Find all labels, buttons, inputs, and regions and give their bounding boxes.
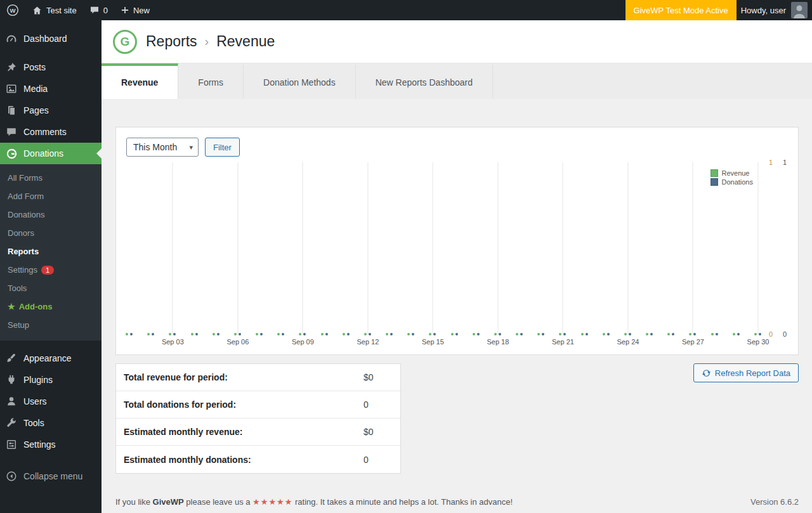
revenue-legend-swatch [710,169,718,177]
tab-forms[interactable]: Forms [178,63,244,99]
donations-legend-label: Donations [721,178,753,186]
breadcrumb: Reports › Revenue [146,33,275,50]
footer-prefix: If you like [115,497,150,507]
media-icon [5,82,18,95]
plus-icon [121,6,129,15]
sidebar-item-appearance[interactable]: Appearance [0,347,102,369]
filter-button-label: Filter [213,143,232,152]
submenu-item-add-ons[interactable]: ★ Add-ons [0,297,102,316]
summary-row-value: $0 [363,427,393,437]
content-area: This Month ▾ Filter Revenu [102,99,812,513]
version-label: Version 6.6.2 [750,497,799,507]
x-axis-tick-label: Sep 21 [552,338,574,346]
reports-tab-bar: Revenue Forms Donation Methods New Repor… [102,63,812,99]
comments-shortcut[interactable]: 0 [83,0,114,20]
chart-gridline [433,162,433,334]
sidebar-item-pages[interactable]: Pages [0,100,102,121]
table-row: Total donations for period: 0 [116,391,400,419]
submenu-item-donations[interactable]: Donations [0,205,102,224]
period-select[interactable]: This Month [126,138,199,157]
submenu-item-add-form[interactable]: Add Form [0,187,102,205]
filter-row: This Month ▾ Filter [126,138,789,157]
tab-label: New Reports Dashboard [376,77,473,88]
refresh-button-label: Refresh Report Data [715,368,790,378]
revenue-legend-label: Revenue [721,169,749,177]
svg-text:W: W [10,7,16,14]
submenu-label: Add-ons [19,302,53,311]
tab-new-reports-dashboard[interactable]: New Reports Dashboard [356,63,493,99]
submenu-item-reports[interactable]: Reports [0,242,102,261]
legend-row-revenue: Revenue [710,169,753,177]
collapse-menu-button[interactable]: Collapse menu [0,465,102,487]
x-axis-tick-label: Sep 09 [292,338,314,346]
sidebar-item-dashboard[interactable]: Dashboard [0,28,102,49]
sidebar-item-media[interactable]: Media [0,78,102,100]
submenu-item-setup[interactable]: Setup [0,316,102,334]
sidebar-item-label: Settings [23,439,56,450]
x-axis-tick-label: Sep 30 [747,338,769,346]
sidebar-item-label: Media [23,84,48,94]
submenu-label: Donors [8,228,34,238]
user-icon [5,395,18,408]
wordpress-logo-icon: W [6,4,19,16]
pages-icon [5,104,18,117]
breadcrumb-separator: › [205,34,209,49]
five-stars-rating-link[interactable]: ★★★★★ [252,497,292,507]
x-axis-tick-label: Sep 15 [422,338,444,346]
sidebar-item-comments[interactable]: Comments [0,121,102,143]
sidebar-item-label: Pages [23,105,49,115]
new-content-button[interactable]: New [114,0,156,20]
test-mode-badge-label: GiveWP Test Mode Active [634,6,728,15]
chart-gridline [303,162,303,334]
donations-data-point [759,333,761,335]
brush-icon [5,352,18,365]
tab-label: Revenue [121,77,158,88]
page-header: G Reports › Revenue [102,20,812,63]
table-row: Estimated monthly revenue: $0 [116,419,400,446]
site-name-link[interactable]: Test site [25,0,83,20]
sidebar-item-label: Dashboard [23,34,67,44]
summary-section: Total revenue for period: $0 Total donat… [115,363,799,474]
chart-gridline [497,162,498,334]
sidebar-item-tools[interactable]: Tools [0,412,102,434]
account-menu[interactable]: Howdy, user [737,0,812,20]
footer-suffix: rating. It takes a minute and helps a lo… [295,497,513,507]
chart-legend: Revenue Donations [707,166,756,189]
sidebar-item-donations[interactable]: Donations [0,143,102,164]
submenu-item-donors[interactable]: Donors [0,224,102,242]
sidebar-item-posts[interactable]: Posts [0,56,102,78]
sidebar-item-users[interactable]: Users [0,391,102,412]
page-frame: Dashboard Posts Media Pages Commen [0,0,812,513]
sidebar-item-settings[interactable]: Settings [0,434,102,455]
chart-plot-track [129,162,758,334]
donations-axis-tick: 1 [783,159,787,166]
summary-row-value: $0 [363,372,393,382]
menu-separator [0,49,102,56]
admin-bar-right: GiveWP Test Mode Active Howdy, user [625,0,812,20]
breadcrumb-root[interactable]: Reports [146,33,197,50]
summary-table: Total revenue for period: $0 Total donat… [115,363,401,474]
chart-gridline [693,162,693,334]
revenue-axis-tick: 0 [769,330,773,338]
summary-row-value: 0 [363,399,393,410]
sidebar-item-label: Posts [23,62,46,72]
menu-separator [0,341,102,347]
submenu-item-all-forms[interactable]: All Forms [0,169,102,187]
submenu-label: Settings [8,265,37,275]
submenu-label: Reports [8,247,39,256]
submenu-item-settings[interactable]: Settings 1 [0,261,102,279]
donations-legend-swatch [710,178,718,186]
sidebar-item-plugins[interactable]: Plugins [0,369,102,391]
tab-label: Donation Methods [263,77,336,88]
tab-revenue[interactable]: Revenue [102,63,178,99]
wordpress-menu-button[interactable]: W [0,0,25,20]
refresh-report-data-button[interactable]: Refresh Report Data [693,363,799,382]
filter-button[interactable]: Filter [205,138,240,157]
tab-donation-methods[interactable]: Donation Methods [244,63,356,99]
x-axis-tick-label: Sep 27 [682,338,704,346]
chart-plot: Revenue Donations [126,162,761,334]
submenu-label: Tools [8,283,27,293]
givewp-test-mode-badge[interactable]: GiveWP Test Mode Active [625,0,737,20]
x-axis-tick-label: Sep 18 [487,338,509,346]
submenu-item-tools[interactable]: Tools [0,279,102,297]
